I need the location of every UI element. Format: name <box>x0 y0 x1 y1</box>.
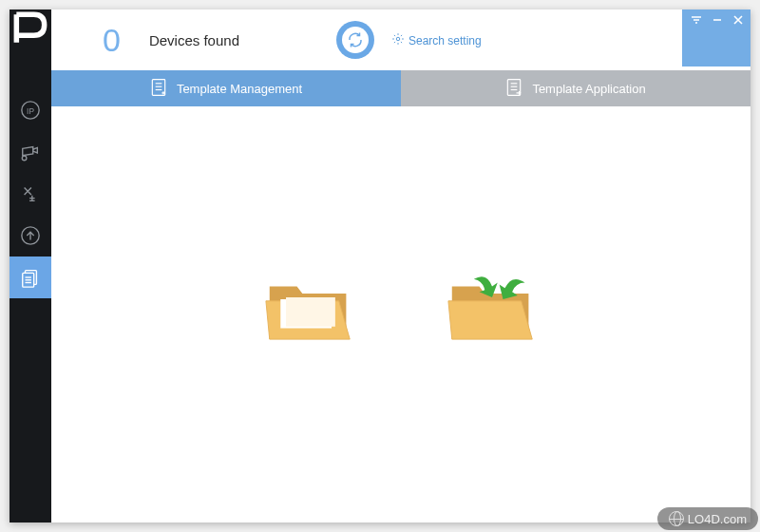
sidebar-item-camera-settings[interactable] <box>10 131 51 173</box>
main-panel: 0 Devices found Search setting Template … <box>51 10 750 522</box>
svg-point-2 <box>22 156 27 161</box>
minimize-button[interactable] <box>711 13 724 27</box>
svg-point-9 <box>396 37 400 41</box>
app-logo-icon <box>10 10 51 48</box>
sidebar-item-templates[interactable] <box>10 256 51 298</box>
app-window: IP 0 Devices found Search setting <box>10 10 750 522</box>
device-count: 0 <box>103 22 121 59</box>
search-setting-label: Search setting <box>408 34 482 48</box>
header: 0 Devices found Search setting <box>51 10 750 70</box>
refresh-icon <box>342 27 369 53</box>
tab-template-management[interactable]: Template Management <box>51 70 401 106</box>
document-add-icon <box>150 78 167 100</box>
tab-bar: Template Management Template Application <box>51 70 750 106</box>
devices-found-label: Devices found <box>149 32 239 48</box>
window-controls <box>682 10 750 66</box>
window-menu-icon[interactable] <box>690 13 703 27</box>
sidebar-item-tools[interactable] <box>10 173 51 215</box>
svg-text:IP: IP <box>27 107 34 116</box>
folder-row <box>51 274 750 348</box>
close-button[interactable] <box>732 13 745 27</box>
refresh-button[interactable] <box>336 21 374 59</box>
sidebar-item-upgrade[interactable] <box>10 215 51 256</box>
document-apply-icon <box>505 78 522 100</box>
content-area <box>51 106 750 522</box>
watermark: LO4D.com <box>657 507 758 530</box>
tab-template-application[interactable]: Template Application <box>401 70 750 106</box>
open-template-folder[interactable] <box>264 274 355 348</box>
import-export-template-folder[interactable] <box>446 274 538 348</box>
gear-icon <box>391 32 408 48</box>
search-setting-link[interactable]: Search setting <box>391 32 482 48</box>
watermark-text: LO4D.com <box>688 512 747 526</box>
tab-label: Template Management <box>177 82 302 96</box>
sidebar-item-ip[interactable]: IP <box>10 89 51 131</box>
globe-icon <box>669 511 684 526</box>
tab-label: Template Application <box>532 82 645 96</box>
sidebar: IP <box>10 10 51 522</box>
